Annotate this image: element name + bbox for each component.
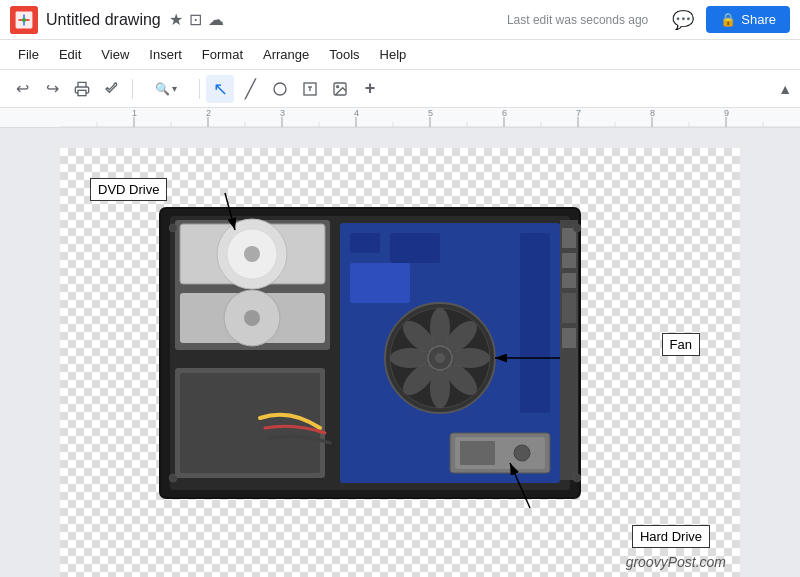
hard-drive-label[interactable]: Hard Drive bbox=[632, 525, 710, 548]
svg-point-4 bbox=[22, 17, 26, 21]
menu-tools[interactable]: Tools bbox=[321, 44, 367, 65]
menu-arrange[interactable]: Arrange bbox=[255, 44, 317, 65]
fan-label[interactable]: Fan bbox=[662, 333, 700, 356]
svg-rect-45 bbox=[390, 233, 440, 263]
select-tool[interactable]: ↖ bbox=[206, 75, 234, 103]
document-title[interactable]: Untitled drawing bbox=[46, 11, 161, 29]
lock-icon: 🔒 bbox=[720, 12, 736, 27]
last-edit-text: Last edit was seconds ago bbox=[507, 13, 648, 27]
line-tool[interactable]: ╱ bbox=[236, 75, 264, 103]
svg-text:6: 6 bbox=[502, 108, 507, 118]
svg-text:5: 5 bbox=[428, 108, 433, 118]
share-button[interactable]: 🔒 Share bbox=[706, 6, 790, 33]
zoom-label: 🔍 bbox=[155, 82, 170, 96]
hard-drive-label-text: Hard Drive bbox=[640, 529, 702, 544]
ruler-marks: 1 2 3 4 5 6 7 8 9 bbox=[60, 108, 800, 127]
svg-point-82 bbox=[169, 474, 177, 482]
svg-rect-5 bbox=[78, 90, 86, 95]
svg-point-74 bbox=[514, 445, 530, 461]
ruler-svg: 1 2 3 4 5 6 7 8 9 bbox=[60, 108, 800, 127]
app-logo bbox=[10, 6, 38, 34]
comment-button[interactable]: 💬 bbox=[664, 5, 702, 35]
watermark: groovyPost.com bbox=[626, 554, 726, 570]
svg-text:8: 8 bbox=[650, 108, 655, 118]
svg-point-83 bbox=[573, 224, 581, 232]
svg-text:3: 3 bbox=[280, 108, 285, 118]
zoom-arrow: ▾ bbox=[172, 83, 177, 94]
menu-file[interactable]: File bbox=[10, 44, 47, 65]
ruler: 1 2 3 4 5 6 7 8 9 bbox=[0, 108, 800, 128]
menu-help[interactable]: Help bbox=[372, 44, 415, 65]
watermark-text: groovyPost.com bbox=[626, 554, 726, 570]
svg-rect-79 bbox=[562, 293, 576, 323]
svg-text:4: 4 bbox=[354, 108, 359, 118]
menu-bar: File Edit View Insert Format Arrange Too… bbox=[0, 40, 800, 70]
separator-2 bbox=[199, 79, 200, 99]
menu-edit[interactable]: Edit bbox=[51, 44, 89, 65]
svg-rect-47 bbox=[520, 233, 550, 413]
svg-text:1: 1 bbox=[132, 108, 137, 118]
computer-illustration bbox=[60, 148, 740, 577]
svg-point-59 bbox=[435, 353, 445, 363]
drawing-canvas[interactable]: DVD Drive Fan Hard Drive groovyPost.com bbox=[60, 148, 740, 577]
dvd-drive-label[interactable]: DVD Drive bbox=[90, 178, 167, 201]
text-tool[interactable] bbox=[296, 75, 324, 103]
collapse-toolbar-button[interactable]: ▲ bbox=[778, 81, 792, 97]
drive-icon[interactable]: ⊡ bbox=[189, 10, 202, 29]
svg-rect-78 bbox=[562, 273, 576, 288]
svg-text:2: 2 bbox=[206, 108, 211, 118]
svg-point-84 bbox=[573, 474, 581, 482]
zoom-dropdown[interactable]: 🔍 ▾ bbox=[139, 75, 193, 103]
svg-rect-70 bbox=[180, 373, 320, 473]
toolbar: ↩ ↪ 🔍 ▾ ↖ ╱ + ▲ bbox=[0, 70, 800, 108]
svg-rect-77 bbox=[562, 253, 576, 268]
svg-point-11 bbox=[337, 85, 339, 87]
svg-text:7: 7 bbox=[576, 108, 581, 118]
more-tools-button[interactable]: + bbox=[356, 75, 384, 103]
paint-format-button[interactable] bbox=[98, 75, 126, 103]
svg-rect-46 bbox=[350, 263, 410, 303]
svg-point-6 bbox=[274, 83, 286, 95]
svg-rect-44 bbox=[350, 233, 380, 253]
dvd-drive-label-text: DVD Drive bbox=[98, 182, 159, 197]
menu-format[interactable]: Format bbox=[194, 44, 251, 65]
star-icon[interactable]: ★ bbox=[169, 10, 183, 29]
cloud-icon[interactable]: ☁ bbox=[208, 10, 224, 29]
separator-1 bbox=[132, 79, 133, 99]
canvas-area[interactable]: DVD Drive Fan Hard Drive groovyPost.com bbox=[0, 128, 800, 577]
fan-label-text: Fan bbox=[670, 337, 692, 352]
svg-point-81 bbox=[169, 224, 177, 232]
svg-point-68 bbox=[244, 310, 260, 326]
menu-view[interactable]: View bbox=[93, 44, 137, 65]
redo-button[interactable]: ↪ bbox=[38, 75, 66, 103]
share-label: Share bbox=[741, 12, 776, 27]
undo-button[interactable]: ↩ bbox=[8, 75, 36, 103]
svg-point-65 bbox=[244, 246, 260, 262]
svg-rect-80 bbox=[562, 328, 576, 348]
image-tool[interactable] bbox=[326, 75, 354, 103]
svg-rect-76 bbox=[562, 228, 576, 248]
menu-insert[interactable]: Insert bbox=[141, 44, 190, 65]
print-button[interactable] bbox=[68, 75, 96, 103]
svg-text:9: 9 bbox=[724, 108, 729, 118]
shape-tool[interactable] bbox=[266, 75, 294, 103]
svg-rect-73 bbox=[460, 441, 495, 465]
title-bar: Untitled drawing ★ ⊡ ☁ Last edit was sec… bbox=[0, 0, 800, 40]
